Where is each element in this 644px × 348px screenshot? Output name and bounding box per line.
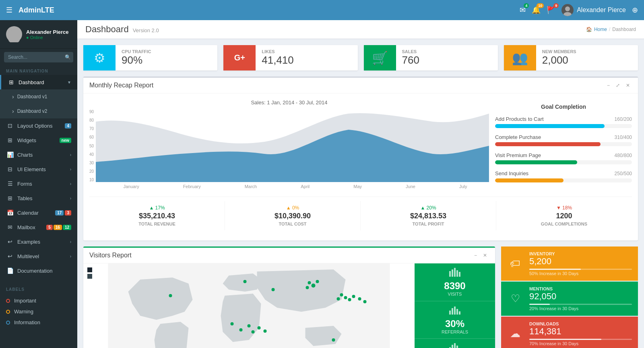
tables-icon: ⊞	[6, 195, 14, 201]
chart-area: Sales: 1 Jan, 2014 - 30 Jul, 2014 908070…	[89, 99, 489, 193]
sidebar-search-area: 🔍	[0, 49, 77, 66]
svg-point-9	[244, 280, 247, 283]
sidebar-item-widgets[interactable]: ⊞ Widgets new	[0, 133, 77, 147]
svg-point-22	[264, 329, 267, 333]
svg-rect-31	[449, 311, 451, 315]
sidebar-item-dashboard-label: Dashboard	[19, 79, 67, 85]
calendar-icon: 📅	[6, 209, 14, 216]
stat-total-revenue: ▲ 17% $35,210.43 TOTAL REVENUE	[89, 201, 225, 230]
content-body: ⚙ CPU TRAFFIC 90% G+ LIKES 41,410 🛒	[77, 39, 644, 348]
sidebar-item-calendar[interactable]: 📅 Calendar 17 3	[0, 205, 77, 220]
svg-point-12	[344, 296, 347, 299]
svg-point-3	[8, 37, 20, 42]
mail-button[interactable]: ✉ 4	[520, 6, 526, 14]
sidebar-item-tables[interactable]: ⊞ Tables ›	[0, 191, 77, 205]
svg-rect-27	[452, 269, 453, 277]
sidebar-user-name: Alexander Pierce	[26, 29, 69, 35]
goal-completion-section: Goal Completion Add Products to Cart 160…	[495, 99, 632, 193]
svg-rect-29	[456, 270, 458, 277]
sidebar-item-dashboard[interactable]: ⊞ Dashboard ▼	[0, 75, 77, 89]
label-important[interactable]: Important	[0, 295, 77, 306]
widgets-badge: new	[60, 138, 71, 143]
sidebar-item-examples[interactable]: ↩ Examples ›	[0, 234, 77, 249]
label-important-text: Important	[14, 298, 36, 304]
close-button[interactable]: ✕	[624, 82, 632, 89]
labels-section-title: LABELS	[0, 284, 77, 293]
page-version: Version 2.0	[133, 27, 159, 33]
sales-icon: 🛒	[364, 45, 396, 70]
top-nav-right: ✉ 4 🔔 10 🚩 9 Alexander Pierce ⊕	[520, 4, 638, 16]
svg-point-11	[337, 297, 340, 300]
sidebar-item-layout-options[interactable]: ⊡ Layout Options 4	[0, 118, 77, 133]
sales-label: SALES	[402, 49, 492, 54]
sidebar-sub-dashboard: Dashboard v1 Dashboard v2	[0, 89, 77, 118]
stat-goal-completions: ▼ 18% 1200 GOAL COMPLETIONS	[496, 201, 632, 230]
notifications-badge: 10	[537, 3, 544, 8]
visits-icon	[449, 268, 460, 279]
expand-button[interactable]: ⤢	[614, 82, 622, 89]
stat-box-sales: 🛒 SALES 760	[364, 45, 498, 70]
svg-point-15	[358, 297, 361, 300]
ui-elements-icon: ⊟	[6, 166, 14, 172]
hamburger-menu-button[interactable]: ☰	[6, 6, 12, 14]
layout-badge: 4	[65, 123, 71, 128]
sidebar-user-status: Online	[26, 35, 69, 40]
svg-point-19	[248, 324, 251, 327]
share-button[interactable]: ⊕	[632, 6, 638, 14]
svg-point-14	[352, 295, 355, 298]
svg-point-13	[348, 298, 351, 301]
sales-value: 760	[402, 54, 492, 66]
svg-rect-38	[454, 343, 456, 348]
monthly-report-header: Monthly Recap Report − ⤢ ✕	[83, 78, 638, 93]
main-content: Dashboard Version 2.0 🏠 Home / Dashboard…	[77, 20, 644, 348]
stat-box-likes: G+ LIKES 41,410	[223, 45, 357, 70]
likes-label: LIKES	[262, 49, 351, 54]
breadcrumb-home-link[interactable]: Home	[594, 27, 607, 32]
sidebar-item-forms[interactable]: ☰ Forms ›	[0, 176, 77, 191]
sidebar-item-ui-elements[interactable]: ⊟ UI Elements ›	[0, 162, 77, 176]
stats-bottom: ▲ 17% $35,210.43 TOTAL REVENUE ▲ 0% $10,…	[89, 197, 632, 234]
organic-icon	[449, 343, 460, 348]
visits-label: VISITS	[448, 292, 462, 296]
chart-title: Sales: 1 Jan, 2014 - 30 Jul, 2014	[89, 99, 489, 106]
user-menu-button[interactable]: Alexander Pierce	[561, 4, 626, 16]
new-members-label: NEW MEMBERS	[542, 49, 632, 54]
visitors-minimize-button[interactable]: −	[472, 252, 479, 259]
label-information[interactable]: Information	[0, 317, 77, 328]
inventory-icon: 🏷	[507, 257, 523, 270]
svg-point-7	[308, 281, 311, 284]
calendar-badge-3: 3	[65, 210, 71, 215]
sidebar-item-dashboard-v1[interactable]: Dashboard v1	[0, 89, 77, 104]
label-warning[interactable]: Warning	[0, 306, 77, 317]
sidebar-item-multilevel[interactable]: ↩ Multilevel ›	[0, 249, 77, 263]
sidebar-search-button[interactable]: 🔍	[65, 54, 71, 60]
important-dot-icon	[6, 299, 10, 303]
sidebar-avatar	[6, 26, 22, 42]
cpu-value: 90%	[122, 54, 211, 66]
notifications-button[interactable]: 🔔 10	[532, 6, 541, 14]
page-title: Dashboard	[85, 24, 129, 35]
warning-dot-icon	[6, 310, 10, 314]
sidebar-item-documentation[interactable]: 📄 Documentation	[0, 263, 77, 278]
sidebar-search-input[interactable]	[4, 52, 73, 62]
sidebar-item-dashboard-v2[interactable]: Dashboard v2	[0, 104, 77, 118]
goal-completion-title: Goal Completion	[495, 104, 632, 110]
sidebar-item-mailbox[interactable]: ✉ Mailbox 5 16 12	[0, 220, 77, 234]
stat-box-cpu: ⚙ CPU TRAFFIC 90%	[83, 45, 217, 70]
minimize-button[interactable]: −	[605, 82, 612, 89]
sidebar-labels-section: LABELS Important Warning Information	[0, 278, 77, 334]
new-members-value: 2,000	[542, 54, 632, 66]
visitors-close-button[interactable]: ✕	[481, 252, 489, 259]
mailbox-badge-16: 16	[54, 225, 62, 230]
svg-point-21	[258, 326, 261, 329]
svg-rect-28	[454, 268, 456, 277]
svg-point-17	[231, 322, 234, 325]
chevron-down-icon: ▼	[67, 80, 71, 85]
svg-rect-37	[452, 345, 453, 348]
sidebar-item-charts[interactable]: 📊 Charts ›	[0, 147, 77, 162]
charts-chevron-icon: ›	[70, 153, 71, 157]
tasks-button[interactable]: 🚩 9	[547, 6, 555, 14]
right-stats: 🏷 INVENTORY 5,200 50% Increase in 30 Day…	[501, 246, 638, 348]
svg-rect-35	[459, 311, 460, 315]
label-warning-text: Warning	[14, 309, 33, 315]
